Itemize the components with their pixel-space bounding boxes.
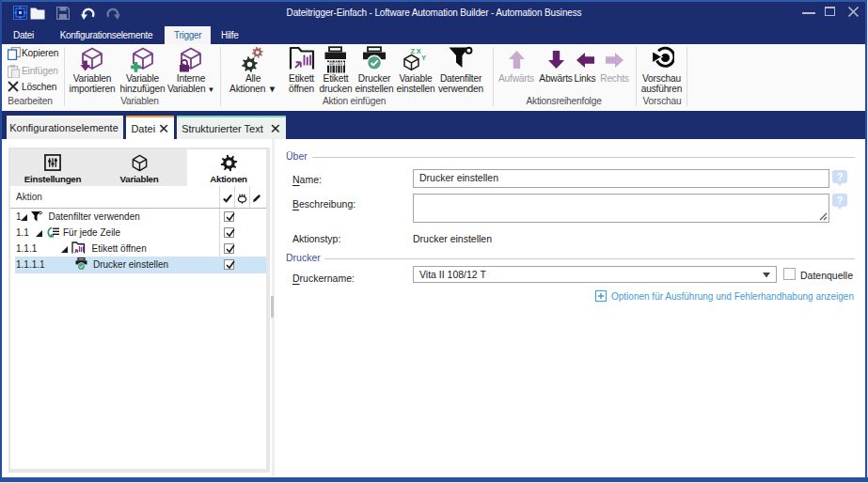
svg-text:Y: Y (421, 54, 426, 62)
svg-text:Z X: Z X (411, 47, 421, 55)
svg-text:0287 2315: 0287 2315 (329, 62, 343, 66)
